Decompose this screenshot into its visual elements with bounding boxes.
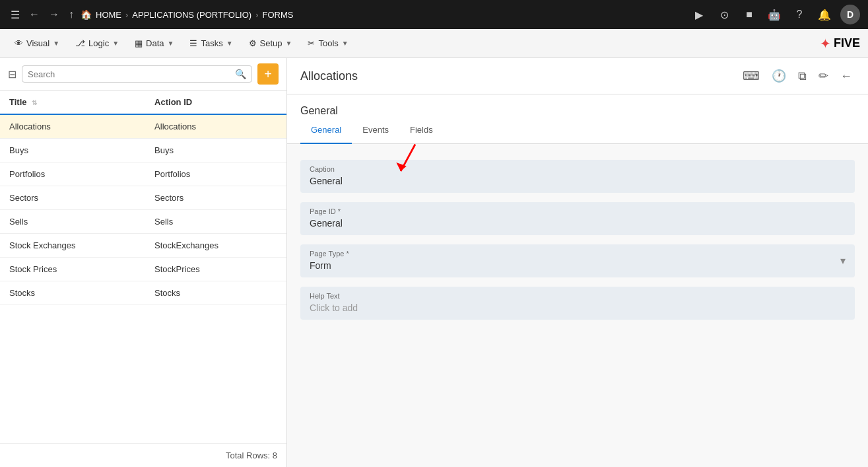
forms-label[interactable]: FORMS	[263, 10, 294, 20]
data-icon: ▦	[135, 38, 143, 48]
row-title: Sectors	[0, 186, 145, 210]
app-label[interactable]: APPLICATIONS (PORTFOLIO)	[132, 10, 251, 20]
breadcrumb-sep1: ›	[125, 10, 128, 20]
tabs-bar: General Events Fields	[287, 117, 868, 144]
row-title: Buys	[0, 139, 145, 162]
add-button[interactable]: +	[257, 63, 279, 85]
row-action-id: Portfolios	[145, 162, 286, 186]
back-panel-icon[interactable]: ←	[838, 67, 855, 86]
page-type-field[interactable]: Page Type * Form ▾	[300, 244, 855, 277]
table-row[interactable]: PortfoliosPortfolios	[0, 162, 286, 186]
data-menu[interactable]: ▦ Data ▼	[128, 34, 180, 52]
visual-menu[interactable]: 👁 Visual ▼	[8, 34, 66, 52]
page-id-label: Page ID *	[310, 207, 846, 215]
caption-label: Caption	[310, 165, 846, 173]
page-type-dropdown-icon: ▾	[840, 254, 846, 267]
table-row[interactable]: AllocationsAllocations	[0, 114, 286, 139]
tools-label: Tools	[318, 38, 338, 48]
table-row[interactable]: Stock PricesStockPrices	[0, 258, 286, 281]
logic-chevron: ▼	[112, 40, 119, 47]
search-input[interactable]	[28, 69, 235, 79]
tab-fields[interactable]: Fields	[399, 117, 444, 144]
logic-menu[interactable]: ⎇ Logic ▼	[69, 34, 125, 52]
tasks-chevron: ▼	[226, 40, 233, 47]
section-title-area: General	[287, 94, 868, 117]
help-text-value: Click to add	[310, 303, 846, 313]
keyboard-icon[interactable]: ⌨	[740, 66, 762, 86]
bell-button[interactable]: 🔔	[815, 5, 834, 24]
setup-menu[interactable]: ⚙ Setup ▼	[242, 34, 299, 52]
caption-field[interactable]: Caption General	[300, 160, 855, 193]
table-container: Title ⇅ Action ID AllocationsAllocations…	[0, 90, 286, 443]
page-type-value: Form	[310, 260, 840, 271]
row-action-id: StockExchanges	[145, 234, 286, 258]
row-title: Stock Exchanges	[0, 234, 145, 258]
help-button[interactable]: ?	[790, 5, 809, 24]
page-id-value: General	[310, 218, 846, 229]
search-wrap: 🔍	[22, 65, 252, 83]
menu-icon[interactable]: ☰	[8, 6, 22, 24]
page-id-field[interactable]: Page ID * General	[300, 202, 855, 235]
up-icon[interactable]: ↑	[66, 6, 77, 23]
edit-icon[interactable]: ✏	[816, 66, 831, 86]
tab-events[interactable]: Events	[352, 117, 399, 144]
form-content: Caption General Page ID * General Page T…	[287, 144, 868, 336]
copy-icon[interactable]: ⧉	[795, 67, 809, 86]
search-button[interactable]: ⊙	[715, 5, 733, 24]
logic-label: Logic	[88, 38, 109, 48]
breadcrumb: 🏠 HOME › APPLICATIONS (PORTFOLIO) › FORM…	[81, 9, 293, 20]
logo-text: FIVE	[834, 36, 860, 50]
tasks-icon: ☰	[189, 38, 197, 48]
help-text-label: Help Text	[310, 292, 846, 300]
play-button[interactable]: ▶	[690, 5, 708, 24]
clock-icon[interactable]: 🕐	[769, 66, 789, 86]
page-type-inner: Page Type * Form	[310, 250, 840, 271]
robot-button[interactable]: 🤖	[765, 5, 784, 24]
table-row[interactable]: Stock ExchangesStockExchanges	[0, 234, 286, 258]
panel-title: Allocations	[300, 69, 358, 83]
data-chevron: ▼	[168, 40, 174, 47]
visual-label: Visual	[26, 38, 50, 48]
tasks-menu[interactable]: ☰ Tasks ▼	[183, 34, 239, 52]
five-logo: ✦ FIVE	[820, 36, 860, 52]
filter-icon[interactable]: ⊟	[8, 68, 17, 81]
row-action-id: Stocks	[145, 281, 286, 305]
tasks-label: Tasks	[201, 38, 222, 48]
breadcrumb-sep2: ›	[255, 10, 258, 20]
title-sort-icon: ⇅	[32, 99, 37, 106]
back-icon[interactable]: ←	[26, 6, 42, 23]
data-label: Data	[146, 38, 164, 48]
table-row[interactable]: StocksStocks	[0, 281, 286, 305]
table-row[interactable]: SectorsSectors	[0, 186, 286, 210]
top-nav: ☰ ← → ↑ 🏠 HOME › APPLICATIONS (PORTFOLIO…	[0, 0, 868, 29]
left-panel-toolbar: ⊟ 🔍 +	[0, 58, 286, 90]
row-title: Stocks	[0, 281, 145, 305]
page-type-label: Page Type *	[310, 250, 840, 258]
tools-menu[interactable]: ✂ Tools ▼	[301, 34, 354, 52]
help-text-field[interactable]: Help Text Click to add	[300, 287, 855, 320]
logic-icon: ⎇	[75, 38, 85, 48]
forward-icon[interactable]: →	[46, 6, 62, 23]
search-icon: 🔍	[235, 69, 246, 79]
action-id-column-header: Action ID	[145, 90, 286, 114]
tools-icon: ✂	[308, 38, 315, 48]
right-panel-header: Allocations ⌨ 🕐 ⧉ ✏ ←	[287, 58, 868, 94]
top-nav-right: ▶ ⊙ ■ 🤖 ? 🔔 D	[690, 5, 860, 24]
eye-icon: 👁	[15, 38, 23, 48]
table-footer: Total Rows: 8	[0, 443, 286, 467]
title-column-header: Title ⇅	[0, 90, 145, 114]
second-nav: 👁 Visual ▼ ⎇ Logic ▼ ▦ Data ▼ ☰ Tasks ▼ …	[0, 29, 868, 58]
caption-value: General	[310, 176, 846, 186]
table-row[interactable]: SellsSells	[0, 210, 286, 234]
tab-general[interactable]: General	[300, 117, 352, 144]
row-action-id: StockPrices	[145, 258, 286, 281]
forms-table: Title ⇅ Action ID AllocationsAllocations…	[0, 90, 286, 305]
home-label[interactable]: HOME	[96, 10, 121, 20]
avatar[interactable]: D	[840, 5, 860, 24]
stop-button[interactable]: ■	[740, 5, 758, 24]
table-row[interactable]: BuysBuys	[0, 139, 286, 162]
logo-star: ✦	[820, 36, 831, 52]
panel-icons: ⌨ 🕐 ⧉ ✏ ←	[740, 66, 855, 86]
row-action-id: Sells	[145, 210, 286, 234]
row-action-id: Allocations	[145, 114, 286, 139]
